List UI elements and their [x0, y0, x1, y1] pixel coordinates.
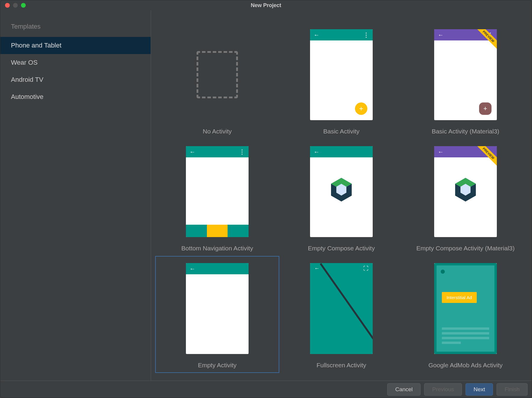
- dashed-placeholder-icon: [197, 51, 238, 98]
- appbar: [310, 146, 373, 157]
- template-label: Google AdMob Ads Activity: [429, 362, 503, 369]
- back-arrow-icon: [189, 265, 195, 272]
- sidebar-heading: Templates: [0, 19, 151, 37]
- template-label: Basic Activity: [323, 128, 360, 135]
- back-arrow-icon: [438, 149, 444, 155]
- interstitial-ad-button: Interstitial Ad: [442, 292, 477, 303]
- more-icon: [239, 148, 245, 155]
- dialog-footer: Cancel Previous Next Finish: [0, 381, 532, 398]
- bottom-nav-thumb: [186, 146, 249, 237]
- basic-activity-thumb: +: [310, 29, 373, 120]
- template-card[interactable]: Interstitial AdGoogle AdMob Ads Activity: [403, 256, 528, 373]
- fab-add-icon: +: [479, 102, 492, 115]
- template-card[interactable]: +PREVIEWBasic Activity (Material3): [403, 22, 528, 139]
- fab-add-icon: +: [355, 102, 367, 115]
- sidebar-item-phone-and-tablet[interactable]: Phone and Tablet: [0, 37, 151, 54]
- template-label: Basic Activity (Material3): [432, 128, 499, 135]
- close-window-button[interactable]: [5, 3, 10, 8]
- next-button[interactable]: Next: [466, 383, 493, 396]
- appbar: [310, 29, 373, 40]
- template-label: Fullscreen Activity: [317, 362, 366, 369]
- sidebar-item-automotive[interactable]: Automotive: [0, 88, 151, 105]
- finish-button[interactable]: Finish: [497, 383, 528, 396]
- new-project-window: New Project Templates Phone and TabletWe…: [0, 0, 532, 398]
- appbar: [186, 146, 249, 157]
- compose-m3-thumb: PREVIEW: [434, 146, 497, 237]
- maximize-window-button[interactable]: [21, 3, 26, 8]
- cancel-button[interactable]: Cancel: [387, 383, 421, 396]
- compose-thumb: [310, 146, 373, 237]
- template-category-sidebar: Templates Phone and TabletWear OSAndroid…: [0, 10, 151, 381]
- more-icon: [363, 31, 369, 38]
- back-arrow-icon: [314, 32, 319, 38]
- empty-activity-thumb: [186, 263, 249, 354]
- template-card[interactable]: Bottom Navigation Activity: [155, 139, 279, 256]
- back-arrow-icon: [314, 149, 319, 155]
- basic-activity-m3-thumb: +PREVIEW: [434, 29, 497, 120]
- fullscreen-icon: [363, 265, 369, 272]
- window-controls: [0, 3, 26, 8]
- template-card[interactable]: Empty Activity: [155, 256, 279, 373]
- bottom-nav-bar: [186, 225, 249, 237]
- template-label: Empty Activity: [198, 362, 237, 369]
- previous-button[interactable]: Previous: [424, 383, 462, 396]
- sidebar-item-android-tv[interactable]: Android TV: [0, 71, 151, 88]
- fullscreen-thumb: [310, 263, 373, 354]
- admob-thumb: Interstitial Ad: [434, 263, 497, 354]
- back-arrow-icon: [189, 149, 195, 155]
- compose-logo-icon: [454, 177, 477, 203]
- template-label: No Activity: [203, 128, 232, 135]
- minimize-window-button[interactable]: [13, 3, 18, 8]
- dialog-body: Templates Phone and TabletWear OSAndroid…: [0, 10, 532, 381]
- window-title: New Project: [0, 2, 532, 9]
- template-label: Empty Compose Activity: [308, 245, 375, 252]
- template-card[interactable]: PREVIEWEmpty Compose Activity (Material3…: [403, 139, 528, 256]
- compose-logo-icon: [330, 177, 353, 203]
- appbar: [186, 263, 249, 274]
- no-activity-thumb: [186, 29, 249, 120]
- template-card[interactable]: Empty Compose Activity: [279, 139, 403, 256]
- camera-dot-icon: [441, 270, 445, 274]
- sidebar-item-wear-os[interactable]: Wear OS: [0, 54, 151, 71]
- back-arrow-icon: [438, 32, 444, 38]
- titlebar: New Project: [0, 0, 532, 10]
- template-grid-panel[interactable]: No Activity+Basic Activity+PREVIEWBasic …: [151, 10, 532, 381]
- template-card[interactable]: +Basic Activity: [279, 22, 403, 139]
- back-arrow-icon: [314, 265, 319, 272]
- template-card[interactable]: Fullscreen Activity: [279, 256, 403, 373]
- template-label: Bottom Navigation Activity: [181, 245, 253, 252]
- template-card[interactable]: No Activity: [155, 22, 279, 139]
- template-label: Empty Compose Activity (Material3): [416, 245, 515, 252]
